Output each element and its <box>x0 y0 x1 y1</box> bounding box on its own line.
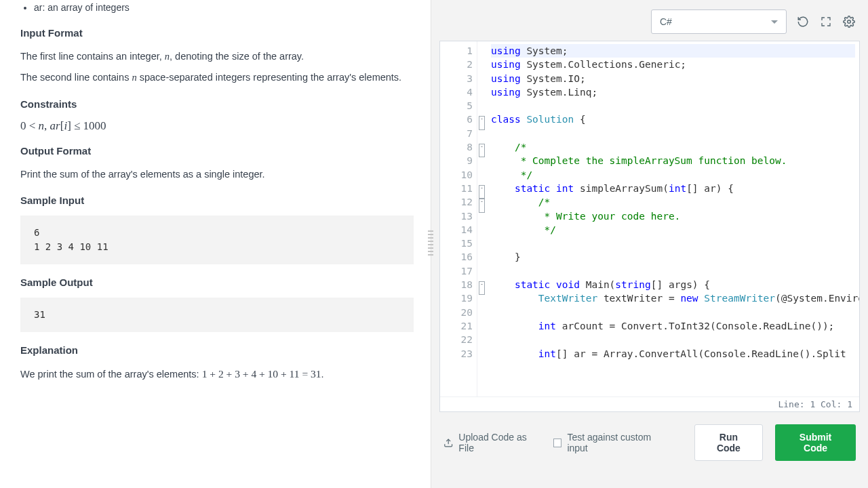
language-select-value: C# <box>660 16 672 27</box>
settings-icon[interactable] <box>842 15 856 28</box>
sample-input-block: 6 1 2 3 4 10 11 <box>20 216 414 264</box>
panel-resize-handle[interactable] <box>428 230 433 258</box>
explanation-text: We print the sum of the array's elements… <box>20 365 414 383</box>
upload-code-label: Upload Code as File <box>458 432 540 453</box>
sample-output-block: 31 <box>20 298 414 332</box>
heading-input-format: Input Format <box>20 27 414 39</box>
input-format-line1: The first line contains an integer, n, d… <box>20 48 414 65</box>
reset-code-icon[interactable] <box>796 15 810 28</box>
problem-description-panel: ar: an array of integers Input Format Th… <box>0 0 431 488</box>
input-format-line2: The second line contains n space-separat… <box>20 69 414 86</box>
parameter-item: ar: an array of integers <box>34 0 414 15</box>
editor-status-bar: Line: 1 Col: 1 <box>440 396 859 411</box>
custom-input-label: Test against custom input <box>567 432 669 453</box>
custom-input-checkbox[interactable]: Test against custom input <box>553 432 670 453</box>
heading-sample-output: Sample Output <box>20 277 414 288</box>
heading-explanation: Explanation <box>20 344 414 356</box>
chevron-down-icon <box>771 20 778 24</box>
output-format-text: Print the sum of the array's elements as… <box>20 166 414 183</box>
code-editor[interactable]: 1234567891011121314151617181920212223 --… <box>439 41 860 412</box>
code-text-area[interactable]: using System;using System.Collections.Ge… <box>487 41 859 396</box>
heading-sample-input: Sample Input <box>20 195 414 206</box>
editor-toolbar: C# <box>431 0 868 41</box>
run-code-button[interactable]: Run Code <box>694 424 763 461</box>
upload-code-button[interactable]: Upload Code as File <box>443 432 541 453</box>
fold-gutter[interactable]: ----- <box>477 41 487 396</box>
heading-constraints: Constraints <box>20 98 414 110</box>
language-select[interactable]: C# <box>651 9 787 34</box>
upload-icon <box>443 438 453 448</box>
svg-point-0 <box>848 20 851 24</box>
line-number-gutter: 1234567891011121314151617181920212223 <box>440 41 477 396</box>
heading-output-format: Output Format <box>20 145 414 157</box>
checkbox-box-icon <box>553 439 562 447</box>
code-editor-panel: C# 1234567891011121314151617181920212223… <box>431 0 868 488</box>
fullscreen-collapse-icon[interactable] <box>819 15 833 28</box>
editor-footer: Upload Code as File Test against custom … <box>431 412 868 488</box>
constraints-expression: 0 < n, ar[i] ≤ 1000 <box>20 119 414 133</box>
submit-code-button[interactable]: Submit Code <box>775 424 856 461</box>
